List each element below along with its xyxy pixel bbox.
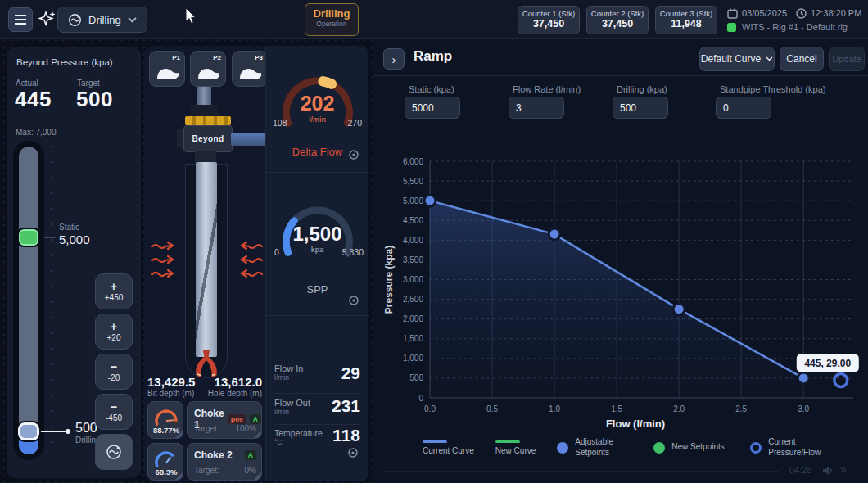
legend-new-setpoints[interactable]: New Setpoints xyxy=(653,442,729,454)
flow-in-unit: l/min xyxy=(274,373,303,381)
rig-status-text: WITS - Rig #1 - Default rig xyxy=(742,22,848,32)
decrement-20-button[interactable]: − -20 xyxy=(95,354,133,390)
pump-card-p2[interactable]: P2 xyxy=(190,51,226,87)
temperature-unit: °C xyxy=(274,438,323,446)
ramp-chart[interactable]: 05001,0001,5002,0002,5003,0003,5004,0004… xyxy=(382,139,861,413)
legend-current-pressure-flow[interactable]: Current Pressure/Flow xyxy=(750,437,825,458)
choke-1-gauge-tile[interactable]: 88.77% xyxy=(147,401,183,439)
static-value: 5,000 xyxy=(59,232,90,246)
increment-450-label: +450 xyxy=(105,293,124,302)
standpipe-threshold-input[interactable] xyxy=(716,97,771,119)
drilling-input-label: Drilling (kpa) xyxy=(617,84,667,94)
decrement-450-button[interactable]: − -450 xyxy=(95,394,133,430)
choke-1-tile[interactable]: Choke 1 pos A Target: 100% xyxy=(187,401,262,439)
svg-text:2.0: 2.0 xyxy=(673,404,685,413)
setpoint-0[interactable] xyxy=(424,195,436,206)
operation-badge: Drilling Operation xyxy=(305,3,359,36)
plus-icon: + xyxy=(111,281,118,291)
default-curve-dropdown[interactable]: Default Curve xyxy=(699,47,775,71)
cancel-button[interactable]: Cancel xyxy=(780,47,824,71)
speaker-icon[interactable] xyxy=(822,466,834,476)
svg-text:1,500: 1,500 xyxy=(403,334,423,343)
player-progress-bar[interactable] xyxy=(382,471,779,472)
chart-svg[interactable]: 05001,0001,5002,0002,5003,0003,5004,0004… xyxy=(382,139,861,413)
line-swatch xyxy=(423,440,447,443)
flow-out-unit: l/min xyxy=(274,408,310,416)
choke-2-tile[interactable]: Choke 2 A Target: 0% xyxy=(187,443,262,481)
top-bar: Drilling Drilling Operation Counter 1 (S… xyxy=(0,0,868,39)
drilling-input[interactable] xyxy=(613,97,668,119)
svg-text:5,500: 5,500 xyxy=(403,177,423,186)
counter-1-label: Counter 1 (Stk) xyxy=(518,9,579,18)
counter-1-tile[interactable]: Counter 1 (Stk) 37,450 xyxy=(518,6,580,34)
svg-text:3.0: 3.0 xyxy=(798,404,809,413)
svg-text:3,500: 3,500 xyxy=(403,255,423,264)
chart-legend: Current Curve New Curve Adjustable Setpo… xyxy=(423,437,848,458)
pressure-panel: Beyond Pressure (kpa) Actual 445 Target … xyxy=(7,47,141,478)
minus-icon: − xyxy=(111,401,118,412)
setpoint-2[interactable] xyxy=(673,304,685,315)
y-axis-label: Pressure (kpa) xyxy=(383,246,395,314)
curve-mode-button[interactable] xyxy=(95,434,133,470)
choke-2-gauge-tile[interactable]: 68.3% xyxy=(147,443,183,481)
choke-2-name: Choke 2 xyxy=(194,449,242,461)
menu-button[interactable] xyxy=(8,7,33,32)
gauges-panel: 202 l/min 108 270 Delta Flow 1,500 kpa 0… xyxy=(265,46,368,481)
update-label: Update xyxy=(832,54,861,64)
minus-icon: − xyxy=(111,361,118,372)
tile-fold xyxy=(175,472,183,480)
flow-out-label: Flow Out xyxy=(274,398,310,408)
legend-label: Current Pressure/Flow xyxy=(768,437,825,458)
double-chevron-icon[interactable]: » xyxy=(840,463,847,476)
mode-label: Drilling xyxy=(88,14,121,26)
current-point-label: 445, 29.00 xyxy=(804,358,851,369)
pressure-slider[interactable] xyxy=(13,141,44,460)
status-dot xyxy=(727,23,736,32)
time-text: 12:38:20 PM xyxy=(811,8,861,18)
counter-2-tile[interactable]: Counter 2 (Stk) 37,450 xyxy=(586,6,649,34)
max-label: Max: 7,000 xyxy=(16,128,56,137)
temperature-row: Temperature °C xyxy=(274,428,323,446)
drilling-leader-line xyxy=(41,431,67,432)
current-pressure-flow-marker xyxy=(834,374,848,387)
spp-value: 1,500 xyxy=(266,223,368,246)
flow-arrows-right xyxy=(234,241,264,283)
readout-divider xyxy=(274,393,361,394)
collapse-panel-button[interactable]: › xyxy=(383,48,405,70)
pump-card-p1[interactable]: P1 xyxy=(149,51,185,87)
decrement-450-label: -450 xyxy=(106,413,122,422)
counter-2-value: 37,450 xyxy=(587,18,648,29)
bit-depth-label: Bit depth (m) xyxy=(147,389,194,398)
spp-max: 5,330 xyxy=(342,247,364,257)
static-input[interactable] xyxy=(405,97,460,119)
choke-1-target-label: Target: xyxy=(194,424,219,433)
setpoint-1[interactable] xyxy=(549,228,560,240)
drilling-thumb[interactable] xyxy=(18,422,39,440)
mode-dropdown[interactable]: Drilling xyxy=(57,7,147,33)
flow-arrows-left xyxy=(151,241,180,283)
increment-450-button[interactable]: + +450 xyxy=(95,273,133,309)
update-button[interactable]: Update xyxy=(829,47,865,71)
slider-ticks xyxy=(51,146,52,454)
flow-rate-input[interactable] xyxy=(509,97,564,119)
svg-text:4,000: 4,000 xyxy=(403,236,423,245)
setpoint-3[interactable] xyxy=(798,372,809,384)
target-icon[interactable] xyxy=(348,149,359,160)
brand-text: Beyond xyxy=(192,134,224,143)
svg-text:3,000: 3,000 xyxy=(403,275,423,284)
drill-string xyxy=(196,162,217,357)
pump-card-p3[interactable]: P3 xyxy=(232,51,268,87)
choke-2-auto-badge: A xyxy=(245,450,256,460)
target-icon[interactable] xyxy=(348,295,359,306)
legend-adjustable-setpoints[interactable]: Adjustable Setpoints xyxy=(557,437,632,458)
svg-text:5,000: 5,000 xyxy=(403,196,423,205)
counter-1-value: 37,450 xyxy=(518,18,579,29)
static-thumb[interactable] xyxy=(19,229,38,246)
slider-track[interactable] xyxy=(19,147,38,454)
target-icon[interactable] xyxy=(347,447,359,458)
legend-current-curve[interactable]: Current Curve xyxy=(423,440,474,455)
legend-new-curve[interactable]: New Curve xyxy=(495,440,536,455)
counter-3-tile[interactable]: Counter 3 (Stk) 11,948 xyxy=(655,6,717,34)
sparkle-icon[interactable] xyxy=(38,10,57,29)
increment-20-button[interactable]: + +20 xyxy=(95,314,133,350)
